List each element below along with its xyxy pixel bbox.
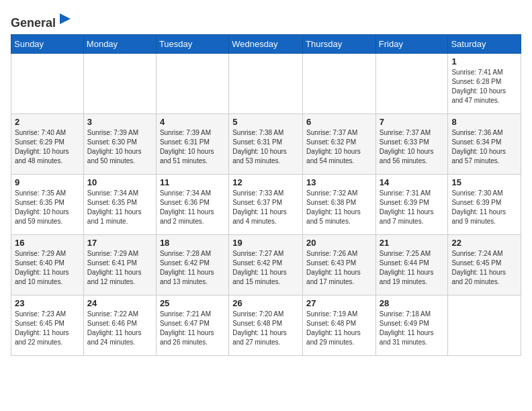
- day-info: Sunrise: 7:24 AM Sunset: 6:45 PM Dayligh…: [451, 249, 517, 287]
- day-info: Sunrise: 7:39 AM Sunset: 6:30 PM Dayligh…: [87, 128, 152, 166]
- calendar-cell: 9Sunrise: 7:35 AM Sunset: 6:35 PM Daylig…: [11, 174, 84, 234]
- day-info: Sunrise: 7:21 AM Sunset: 6:47 PM Dayligh…: [160, 310, 225, 347]
- calendar-day-header: Friday: [375, 34, 448, 53]
- calendar-week-row: 16Sunrise: 7:29 AM Sunset: 6:40 PM Dayli…: [11, 234, 521, 295]
- day-info: Sunrise: 7:28 AM Sunset: 6:42 PM Dayligh…: [160, 249, 225, 287]
- day-number: 24: [87, 298, 152, 308]
- calendar-day-header: Sunday: [11, 34, 84, 53]
- calendar-cell: 2Sunrise: 7:40 AM Sunset: 6:29 PM Daylig…: [11, 113, 84, 174]
- calendar-cell: [375, 53, 448, 113]
- day-info: Sunrise: 7:18 AM Sunset: 6:49 PM Dayligh…: [380, 310, 445, 347]
- calendar-cell: 13Sunrise: 7:32 AM Sunset: 6:38 PM Dayli…: [303, 174, 376, 234]
- calendar-cell: 4Sunrise: 7:39 AM Sunset: 6:31 PM Daylig…: [156, 113, 228, 174]
- day-info: Sunrise: 7:19 AM Sunset: 6:48 PM Dayligh…: [306, 310, 372, 347]
- calendar-table: SundayMondayTuesdayWednesdayThursdayFrid…: [11, 34, 521, 356]
- calendar-cell: [83, 53, 156, 113]
- day-number: 17: [87, 238, 152, 248]
- day-info: Sunrise: 7:36 AM Sunset: 6:34 PM Dayligh…: [451, 128, 517, 166]
- day-info: Sunrise: 7:29 AM Sunset: 6:41 PM Dayligh…: [87, 249, 152, 287]
- day-number: 22: [451, 238, 517, 248]
- day-info: Sunrise: 7:25 AM Sunset: 6:44 PM Dayligh…: [380, 249, 445, 287]
- calendar-week-row: 23Sunrise: 7:23 AM Sunset: 6:45 PM Dayli…: [11, 295, 521, 355]
- calendar-cell: 18Sunrise: 7:28 AM Sunset: 6:42 PM Dayli…: [156, 234, 228, 295]
- calendar-cell: [229, 53, 303, 113]
- calendar-cell: 22Sunrise: 7:24 AM Sunset: 6:45 PM Dayli…: [448, 234, 521, 295]
- day-info: Sunrise: 7:37 AM Sunset: 6:32 PM Dayligh…: [306, 128, 372, 166]
- calendar-cell: 23Sunrise: 7:23 AM Sunset: 6:45 PM Dayli…: [11, 295, 84, 355]
- day-number: 26: [232, 298, 299, 308]
- day-info: Sunrise: 7:33 AM Sunset: 6:37 PM Dayligh…: [232, 189, 299, 226]
- day-info: Sunrise: 7:32 AM Sunset: 6:38 PM Dayligh…: [306, 189, 372, 226]
- day-number: 4: [160, 117, 225, 127]
- day-number: 8: [451, 117, 517, 127]
- day-number: 11: [160, 177, 225, 187]
- calendar-cell: 17Sunrise: 7:29 AM Sunset: 6:41 PM Dayli…: [83, 234, 156, 295]
- calendar-week-row: 2Sunrise: 7:40 AM Sunset: 6:29 PM Daylig…: [11, 113, 521, 174]
- calendar-cell: 21Sunrise: 7:25 AM Sunset: 6:44 PM Dayli…: [375, 234, 448, 295]
- calendar-cell: 27Sunrise: 7:19 AM Sunset: 6:48 PM Dayli…: [303, 295, 376, 355]
- calendar-header-row: SundayMondayTuesdayWednesdayThursdayFrid…: [11, 34, 521, 53]
- day-info: Sunrise: 7:40 AM Sunset: 6:29 PM Dayligh…: [15, 128, 80, 166]
- calendar-week-row: 1Sunrise: 7:41 AM Sunset: 6:28 PM Daylig…: [11, 53, 521, 113]
- day-number: 27: [306, 298, 372, 308]
- calendar-cell: [448, 295, 521, 355]
- calendar-cell: [11, 53, 84, 113]
- day-number: 20: [306, 238, 372, 248]
- calendar-cell: [156, 53, 228, 113]
- day-info: Sunrise: 7:37 AM Sunset: 6:33 PM Dayligh…: [380, 128, 445, 166]
- calendar-day-header: Saturday: [448, 34, 521, 53]
- calendar-cell: 19Sunrise: 7:27 AM Sunset: 6:42 PM Dayli…: [229, 234, 303, 295]
- day-info: Sunrise: 7:22 AM Sunset: 6:46 PM Dayligh…: [87, 310, 152, 347]
- day-info: Sunrise: 7:29 AM Sunset: 6:40 PM Dayligh…: [15, 249, 80, 287]
- day-info: Sunrise: 7:27 AM Sunset: 6:42 PM Dayligh…: [232, 249, 299, 287]
- calendar-cell: 16Sunrise: 7:29 AM Sunset: 6:40 PM Dayli…: [11, 234, 84, 295]
- day-number: 18: [160, 238, 225, 248]
- page-header: General: [11, 11, 521, 28]
- day-number: 13: [306, 177, 372, 187]
- day-number: 14: [380, 177, 445, 187]
- calendar-cell: 25Sunrise: 7:21 AM Sunset: 6:47 PM Dayli…: [156, 295, 228, 355]
- day-info: Sunrise: 7:23 AM Sunset: 6:45 PM Dayligh…: [15, 310, 80, 347]
- day-info: Sunrise: 7:34 AM Sunset: 6:35 PM Dayligh…: [87, 189, 152, 226]
- calendar-cell: 1Sunrise: 7:41 AM Sunset: 6:28 PM Daylig…: [448, 53, 521, 113]
- day-number: 9: [15, 177, 80, 187]
- calendar-cell: 10Sunrise: 7:34 AM Sunset: 6:35 PM Dayli…: [83, 174, 156, 234]
- logo-text: General: [11, 11, 73, 30]
- day-info: Sunrise: 7:41 AM Sunset: 6:28 PM Dayligh…: [451, 68, 517, 105]
- calendar-cell: 28Sunrise: 7:18 AM Sunset: 6:49 PM Dayli…: [375, 295, 448, 355]
- calendar-cell: [303, 53, 376, 113]
- calendar-cell: 14Sunrise: 7:31 AM Sunset: 6:39 PM Dayli…: [375, 174, 448, 234]
- calendar-cell: 3Sunrise: 7:39 AM Sunset: 6:30 PM Daylig…: [83, 113, 156, 174]
- day-info: Sunrise: 7:20 AM Sunset: 6:48 PM Dayligh…: [232, 310, 299, 347]
- day-number: 15: [451, 177, 517, 187]
- day-info: Sunrise: 7:31 AM Sunset: 6:39 PM Dayligh…: [380, 189, 445, 226]
- svg-marker-0: [60, 13, 71, 24]
- calendar-cell: 7Sunrise: 7:37 AM Sunset: 6:33 PM Daylig…: [375, 113, 448, 174]
- calendar-cell: 12Sunrise: 7:33 AM Sunset: 6:37 PM Dayli…: [229, 174, 303, 234]
- day-info: Sunrise: 7:30 AM Sunset: 6:39 PM Dayligh…: [451, 189, 517, 226]
- day-info: Sunrise: 7:39 AM Sunset: 6:31 PM Dayligh…: [160, 128, 225, 166]
- day-number: 19: [232, 238, 299, 248]
- day-info: Sunrise: 7:35 AM Sunset: 6:35 PM Dayligh…: [15, 189, 80, 226]
- day-number: 28: [380, 298, 445, 308]
- day-number: 21: [380, 238, 445, 248]
- calendar-cell: 15Sunrise: 7:30 AM Sunset: 6:39 PM Dayli…: [448, 174, 521, 234]
- day-number: 1: [451, 56, 517, 66]
- calendar-cell: 5Sunrise: 7:38 AM Sunset: 6:31 PM Daylig…: [229, 113, 303, 174]
- day-number: 25: [160, 298, 225, 308]
- day-info: Sunrise: 7:34 AM Sunset: 6:36 PM Dayligh…: [160, 189, 225, 226]
- day-info: Sunrise: 7:38 AM Sunset: 6:31 PM Dayligh…: [232, 128, 299, 166]
- day-info: Sunrise: 7:26 AM Sunset: 6:43 PM Dayligh…: [306, 249, 372, 287]
- calendar-cell: 8Sunrise: 7:36 AM Sunset: 6:34 PM Daylig…: [448, 113, 521, 174]
- calendar-cell: 26Sunrise: 7:20 AM Sunset: 6:48 PM Dayli…: [229, 295, 303, 355]
- day-number: 23: [15, 298, 80, 308]
- calendar-cell: 6Sunrise: 7:37 AM Sunset: 6:32 PM Daylig…: [303, 113, 376, 174]
- day-number: 16: [15, 238, 80, 248]
- calendar-cell: 11Sunrise: 7:34 AM Sunset: 6:36 PM Dayli…: [156, 174, 228, 234]
- calendar-day-header: Wednesday: [229, 34, 303, 53]
- calendar-day-header: Tuesday: [156, 34, 228, 53]
- day-number: 2: [15, 117, 80, 127]
- day-number: 5: [232, 117, 299, 127]
- calendar-week-row: 9Sunrise: 7:35 AM Sunset: 6:35 PM Daylig…: [11, 174, 521, 234]
- logo: General: [11, 11, 73, 28]
